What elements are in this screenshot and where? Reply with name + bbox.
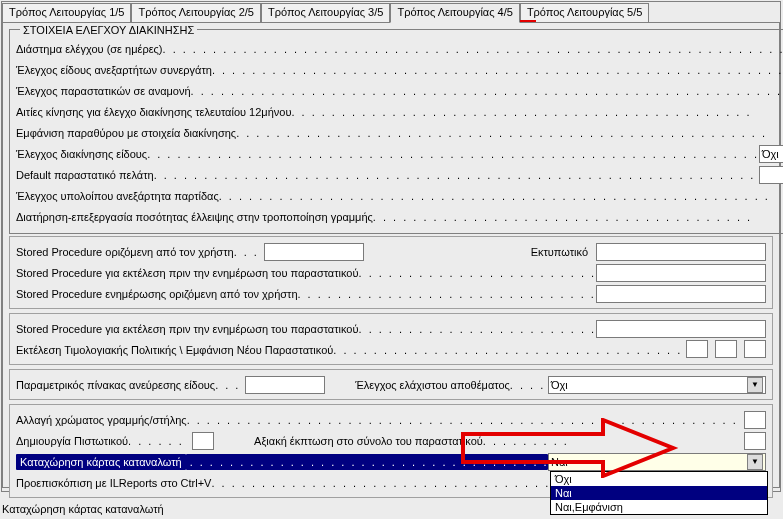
label-print-like: Εκτυπωτικό <box>531 246 588 258</box>
pricing-box-2[interactable] <box>715 340 737 358</box>
label-partner-type: Έλεγχος είδους ανεξαρτήτων συνεργάτη <box>16 64 212 76</box>
label-sp-update-user: Stored Procedure ενημέρωσης οριζόμενη απ… <box>16 288 298 300</box>
create-credit-box[interactable] <box>192 432 214 450</box>
move-type-select[interactable]: Όχι ▼ <box>759 145 783 163</box>
panel-stored-proc-1: Stored Procedure οριζόμενη από τον χρήστ… <box>9 236 773 309</box>
dropdown-option-yes[interactable]: Ναι <box>551 486 767 500</box>
label-ctrlv-preview: Προεπισκόπιση με ILReports στο Ctrl+V <box>16 477 211 489</box>
panel-params: Παραμετρικός πίνακας ανεύρεσης είδους . … <box>9 369 773 400</box>
label-min-stock: Έλεγχος ελάχιστου αποθέματος <box>355 379 510 391</box>
sp-update-user-input[interactable] <box>596 285 766 303</box>
sp-before2-input[interactable] <box>596 320 766 338</box>
card-reg-select[interactable]: Ναι ▼ <box>548 453 766 471</box>
label-create-credit: Δημιουργία Πιστωτικού <box>16 435 128 447</box>
label-sp-before2: Stored Procedure για εκτέλεση πριν την ε… <box>16 323 359 335</box>
move-type-value: Όχι <box>762 148 779 160</box>
lookup-table-input[interactable] <box>245 376 325 394</box>
chevron-down-icon[interactable]: ▼ <box>747 377 763 393</box>
tab-mode-2[interactable]: Τρόπος Λειτουργίας 2/5 <box>131 3 260 23</box>
group-movement-control: ΣΤΟΙΧΕΙΑ ΕΛΕΓΧΟΥ ΔΙΑΚΙΝΗΣΗΣ Διάστημα ελέ… <box>9 29 783 234</box>
sp-user-input[interactable] <box>264 243 364 261</box>
label-pending-docs: Έλεγχος παραστατικών σε αναμονή <box>16 85 191 97</box>
pricing-box-3[interactable] <box>744 340 766 358</box>
label-color-row: Αλλαγή χρώματος γραμμής/στήλης <box>16 414 187 426</box>
pricing-box-1[interactable] <box>686 340 708 358</box>
label-show-window: Εμφάνιση παραθύρου με στοιχεία διακίνηση… <box>16 127 236 139</box>
tab-mode-4[interactable]: Τρόπος Λειτουργίας 4/5 <box>390 3 519 23</box>
label-move-type: Έλεγχος διακίνησης είδους <box>16 148 147 160</box>
card-reg-dropdown[interactable]: Όχι Ναι Ναι,Εμφάνιση <box>550 471 768 515</box>
status-bar: Καταχώρηση κάρτας καταναλωτή <box>2 503 164 515</box>
label-value-discount: Αξιακή έκπτωση στο σύνολο του παραστατικ… <box>254 435 483 447</box>
label-interval: Διάστημα ελέγχου (σε ημέρες) <box>16 43 163 55</box>
chevron-down-icon[interactable]: ▼ <box>747 454 763 470</box>
label-keep-edit-qty: Διατήρηση-επεξεργασία ποσότητας έλλειψης… <box>16 211 373 223</box>
label-pricing-new-doc: Εκτέλεση Τιμολογιακής Πολιτικής \ Εμφάνι… <box>16 344 333 356</box>
sp-before-input[interactable] <box>596 264 766 282</box>
value-discount-box[interactable] <box>744 432 766 450</box>
dropdown-option-no[interactable]: Όχι <box>551 472 767 486</box>
label-card-reg: Καταχώρηση κάρτας καταναλωτή <box>16 454 186 470</box>
default-doc-input[interactable] <box>759 166 783 184</box>
min-stock-select[interactable]: Όχι ▼ <box>548 376 766 394</box>
tab-mode-3[interactable]: Τρόπος Λειτουργίας 3/5 <box>261 3 390 23</box>
label-sp-user: Stored Procedure οριζόμενη από τον χρήστ… <box>16 246 234 258</box>
tab-mode-5[interactable]: Τρόπος Λειτουργίας 5/5 <box>520 3 649 23</box>
min-stock-value: Όχι <box>551 379 568 391</box>
panel-last: Αλλαγή χρώματος γραμμής/στήλης . . . . .… <box>9 404 773 498</box>
panel-stored-proc-2: Stored Procedure για εκτέλεση πριν την ε… <box>9 313 773 365</box>
tab-row: Τρόπος Λειτουργίας 1/5 Τρόπος Λειτουργία… <box>2 2 780 22</box>
label-default-doc: Default παραστατικό πελάτη <box>16 169 154 181</box>
label-balance-check: Έλεγχος υπολοίπου ανεξάρτητα παρτίδας <box>16 190 219 202</box>
group-legend: ΣΤΟΙΧΕΙΑ ΕΛΕΓΧΟΥ ΔΙΑΚΙΝΗΣΗΣ <box>20 24 197 36</box>
color-row-box[interactable] <box>744 411 766 429</box>
print-like-input[interactable] <box>596 243 766 261</box>
dropdown-option-yes-show[interactable]: Ναι,Εμφάνιση <box>551 500 767 514</box>
label-sp-before: Stored Procedure για εκτέλεση πριν την ε… <box>16 267 359 279</box>
label-lookup-table: Παραμετρικός πίνακας ανεύρεσης είδους <box>16 379 215 391</box>
card-reg-value: Ναι <box>551 456 568 468</box>
label-last12: Αιτίες κίνησης για έλεγχο διακίνησης τελ… <box>16 106 291 118</box>
tab-mode-1[interactable]: Τρόπος Λειτουργίας 1/5 <box>2 3 131 23</box>
